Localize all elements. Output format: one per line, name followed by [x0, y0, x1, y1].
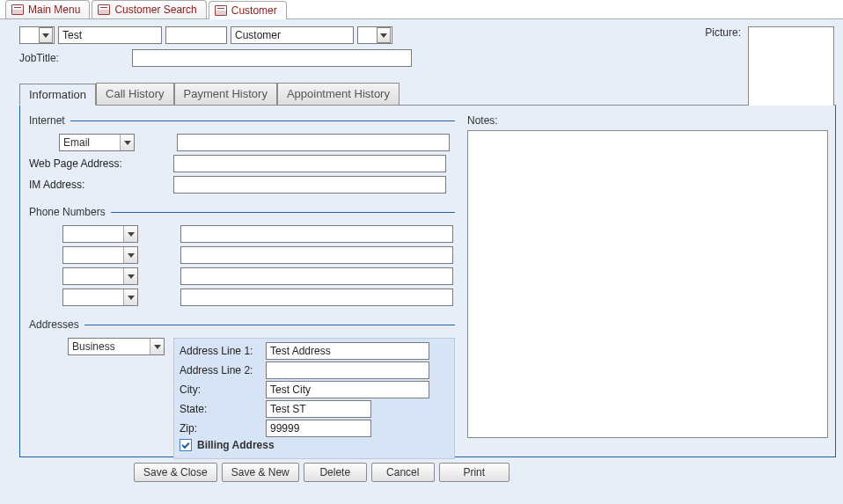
form-icon	[215, 5, 227, 16]
addr-city-input[interactable]: Test City	[266, 381, 429, 398]
phone-input[interactable]	[180, 246, 453, 264]
im-input[interactable]	[173, 176, 446, 194]
billing-label: Billing Address	[197, 439, 275, 451]
left-column: Internet Email Web Page Address: IM	[29, 114, 455, 449]
workspace: Picture: Test Customer JobTitle: Informa…	[0, 19, 843, 504]
addr-line1-input[interactable]: Test Address	[266, 342, 429, 360]
tab-payment-history[interactable]: Payment History	[174, 83, 277, 105]
form-icon	[11, 4, 24, 15]
window-tab-bar: Main Menu Customer Search Customer	[0, 0, 843, 19]
save-close-button[interactable]: Save & Close	[134, 463, 217, 482]
addr-zip-input[interactable]: 99999	[266, 420, 371, 437]
last-name-input[interactable]: Customer	[231, 26, 354, 44]
divider	[70, 121, 455, 121]
suffix-dropdown[interactable]	[357, 26, 392, 44]
im-label: IM Address:	[29, 179, 170, 191]
addr-state-input[interactable]: Test ST	[266, 400, 371, 418]
form-icon	[98, 4, 110, 15]
addr-line2-input[interactable]	[266, 362, 429, 379]
group-label: Phone Numbers	[29, 206, 106, 218]
email-type-dropdown[interactable]: Email	[59, 134, 135, 151]
picture-label: Picture:	[705, 26, 741, 39]
billing-checkbox[interactable]	[180, 439, 192, 451]
picture-block: Picture:	[705, 26, 834, 109]
window-tab-label: Customer Search	[114, 4, 196, 16]
web-input[interactable]	[173, 155, 446, 172]
button-row: Save & Close Save & New Delete Cancel Pr…	[134, 463, 836, 482]
phone-input[interactable]	[180, 289, 453, 306]
print-button[interactable]: Print	[439, 463, 509, 482]
group-label: Internet	[29, 114, 65, 127]
jobtitle-label: JobTitle:	[19, 52, 125, 64]
first-name-input[interactable]: Test	[58, 26, 162, 44]
chevron-down-icon	[123, 289, 137, 305]
save-new-button[interactable]: Save & New	[222, 463, 299, 482]
phone-type-dropdown[interactable]	[62, 289, 138, 306]
chevron-down-icon	[123, 268, 137, 284]
divider	[84, 325, 455, 325]
window-tab-customer-search[interactable]: Customer Search	[92, 0, 206, 18]
chevron-down-icon	[123, 226, 137, 242]
email-type-value: Email	[63, 136, 90, 149]
address-type-value: Business	[72, 340, 115, 353]
addr-line1-label: Address Line 1:	[180, 345, 264, 357]
group-phone: Phone Numbers	[29, 206, 455, 306]
phone-type-dropdown[interactable]	[62, 267, 138, 285]
phone-type-dropdown[interactable]	[62, 246, 138, 264]
addr-line2-label: Address Line 2:	[180, 364, 264, 376]
chevron-down-icon	[120, 135, 134, 150]
addr-state-label: State:	[180, 403, 264, 415]
cancel-button[interactable]: Cancel	[371, 463, 435, 482]
tab-information[interactable]: Information	[19, 84, 96, 106]
address-type-dropdown[interactable]: Business	[68, 338, 165, 355]
window-tab-main-menu[interactable]: Main Menu	[5, 0, 90, 18]
addr-zip-label: Zip:	[180, 422, 264, 435]
window-tab-label: Customer	[231, 4, 277, 17]
tab-panel-information: Internet Email Web Page Address: IM	[19, 106, 836, 457]
chevron-down-icon	[39, 27, 53, 43]
prefix-dropdown[interactable]	[19, 26, 55, 44]
tab-call-history[interactable]: Call History	[96, 83, 173, 105]
addr-city-label: City:	[180, 383, 264, 396]
address-box: Address Line 1: Test Address Address Lin…	[173, 338, 455, 459]
phone-type-dropdown[interactable]	[62, 225, 138, 243]
chevron-down-icon	[377, 27, 391, 43]
phone-input[interactable]	[180, 267, 453, 285]
check-icon	[181, 440, 189, 448]
window-tab-label: Main Menu	[28, 4, 80, 16]
email-input[interactable]	[177, 134, 450, 151]
picture-placeholder[interactable]	[748, 26, 834, 109]
chevron-down-icon	[123, 247, 137, 263]
middle-name-input[interactable]	[165, 26, 227, 44]
notes-textarea[interactable]	[467, 130, 828, 438]
right-column: Notes:	[467, 114, 828, 449]
delete-button[interactable]: Delete	[304, 463, 367, 482]
tab-appointment-history[interactable]: Appointment History	[277, 83, 400, 105]
group-internet: Internet Email Web Page Address: IM	[29, 114, 455, 194]
jobtitle-input[interactable]	[132, 49, 412, 67]
chevron-down-icon	[150, 339, 164, 354]
divider	[111, 212, 455, 213]
notes-label: Notes:	[467, 114, 498, 127]
group-addresses: Addresses Business Address Line 1: Test …	[29, 318, 455, 459]
group-label: Addresses	[29, 318, 79, 331]
web-label: Web Page Address:	[29, 157, 170, 170]
phone-input[interactable]	[180, 225, 453, 243]
window-tab-customer[interactable]: Customer	[209, 1, 287, 19]
